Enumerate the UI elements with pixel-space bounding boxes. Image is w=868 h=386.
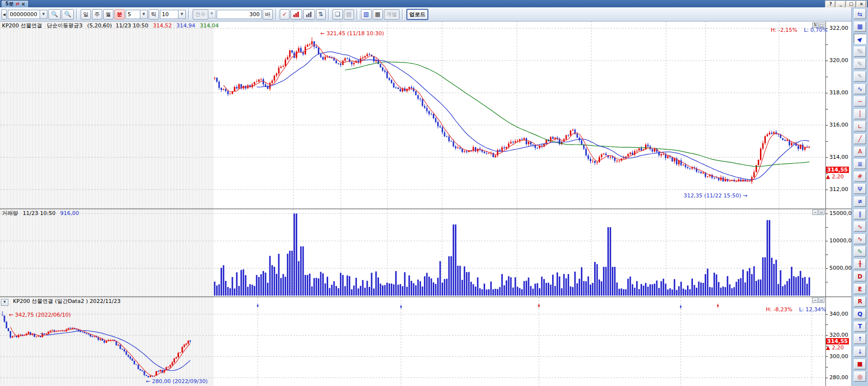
pane-box-button[interactable]: □ (819, 22, 824, 28)
sort-updown-icon[interactable]: ⇅ (316, 9, 326, 20)
separator (275, 9, 277, 20)
chart-style-icon[interactable]: ✓ (280, 9, 289, 20)
volume-value: 916,00 (60, 210, 79, 216)
axis-label: 320,00 (829, 332, 848, 338)
pane-maximize-button[interactable]: ▫ (819, 298, 824, 303)
collapse-handle-button[interactable]: ◂ (1, 9, 7, 20)
angle-line-icon: ∟ (857, 123, 862, 130)
axis-tick (826, 268, 828, 269)
axis-label: 300,00 (829, 353, 848, 360)
bar-count-input[interactable]: 300 (217, 10, 262, 19)
pane-maximize-button[interactable]: ▫ (819, 210, 824, 215)
current-price-box: 314,55 (826, 167, 849, 173)
target-circle-button[interactable]: ◎ (854, 371, 866, 382)
search-prev-icon[interactable]: 🔍 (62, 9, 74, 20)
pane-n-button[interactable]: N (812, 22, 818, 28)
tick-period-button[interactable]: 틱 (149, 9, 159, 20)
elliott-wave2-button[interactable]: ∿ (854, 234, 866, 244)
volume-header: 거래량 11/23 10:50 916,00 (2, 210, 82, 217)
stop-square-icon: ■ (857, 361, 863, 367)
pane-minimize-button[interactable]: ─ (812, 210, 818, 215)
chevron-down-icon[interactable]: ▼ (1, 299, 8, 306)
hatch-r-button[interactable]: R (854, 297, 866, 307)
bar-chart-icon[interactable] (303, 9, 315, 20)
close-button[interactable]: × (857, 1, 866, 8)
low-high-marker-button[interactable]: ╂ (854, 259, 866, 269)
minute-dropdown-icon[interactable]: ▼ (140, 10, 148, 19)
angle-line-button[interactable]: ∟ (854, 121, 866, 131)
count-dropdown-icon: ▼ (208, 9, 216, 19)
separator (402, 9, 404, 20)
bar-button[interactable]: 바 (263, 9, 273, 20)
restore-button[interactable]: □ (846, 1, 856, 8)
axis-tick (826, 214, 828, 214)
horizontal-line-icon: ─ (858, 98, 862, 105)
axis-minor-tick (826, 44, 828, 45)
report-page-icon[interactable]: ▧ (361, 9, 371, 20)
search-icon[interactable]: 🔍 (48, 9, 61, 20)
stop-square-button[interactable]: ■ (854, 359, 866, 369)
arrow-up-button[interactable]: ↑ (854, 334, 866, 344)
tick-dropdown-icon[interactable]: ▼ (178, 10, 186, 19)
volume-plot[interactable] (0, 209, 825, 297)
quote-list-button[interactable]: Q (854, 309, 866, 319)
hatch-d-button[interactable]: D (854, 271, 866, 281)
table-icon[interactable]: ▦ (373, 9, 383, 20)
volume-pane: 거래량 11/23 10:50 916,00 ─ ▫ 15000,0010000… (0, 209, 851, 297)
axis-label: 318,00 (829, 89, 848, 96)
pencil-button[interactable]: ✎ (854, 246, 866, 257)
price-label-button[interactable]: A (854, 147, 866, 157)
percent-measure-button: % (854, 46, 866, 57)
volume-chart-icon[interactable] (290, 9, 302, 20)
symbol-input[interactable]: 00000000 (8, 10, 40, 19)
axis-label: 280,00 (829, 374, 848, 381)
axis-minor-tick (826, 227, 828, 228)
minute-period-button[interactable]: 분 (114, 9, 125, 20)
axis-tick (826, 61, 828, 61)
upload-button[interactable]: 업로드 (406, 9, 428, 20)
day-period-button[interactable]: 일 (81, 9, 91, 20)
vertical-line-icon: │ (858, 110, 862, 117)
pitchfork-button[interactable]: Ψ (854, 184, 866, 194)
pane-minimize-button[interactable]: ─ (812, 298, 818, 303)
arrow-down-button[interactable]: ↓ (854, 346, 866, 357)
week-period-button[interactable]: 주 (92, 9, 102, 20)
hatch-d-icon: D (858, 273, 863, 280)
fib-retracement-button[interactable]: ≢ (854, 196, 866, 207)
trend-line-button[interactable]: ╱ (854, 134, 866, 144)
text-tool-button[interactable]: T (854, 322, 866, 332)
fib-line-button[interactable]: # (854, 172, 866, 182)
minute-value-input[interactable]: 5 (126, 10, 140, 19)
vertical-line-button[interactable]: │ (854, 109, 866, 119)
elliott-wave-button[interactable]: ∿ (854, 221, 866, 232)
tab-5min[interactable]: 5분 ⇄ × (1, 0, 29, 7)
hatch-e-button[interactable]: E (854, 284, 866, 294)
month-period-button[interactable]: 월 (103, 9, 113, 20)
indicator-line-button[interactable]: ∿ (854, 84, 866, 94)
pane-window-buttons: ─ ▫ (812, 298, 824, 303)
symbol-dropdown-icon[interactable]: ▼ (40, 10, 47, 19)
help-button[interactable]: ? (826, 1, 835, 8)
count-button: 건수 (193, 9, 208, 20)
price-label-icon: A (858, 148, 862, 155)
tick-value-input[interactable]: 10 (160, 10, 178, 19)
daily-candle-plot[interactable] (0, 297, 825, 386)
high-percent: H: -2,15% (771, 27, 797, 33)
parallel-channel-button[interactable]: ∥ (854, 209, 866, 219)
daily-high-annotation: ← 342,75 (2022/06/10) (9, 312, 71, 318)
pointer-tool-button[interactable]: ▶ (854, 34, 866, 44)
horizontal-line-button[interactable]: ─ (854, 96, 866, 107)
pointer-tool-icon: ▶ (856, 35, 864, 43)
axis-label: 15000,00 (829, 210, 851, 216)
main-candle-plot[interactable] (0, 21, 825, 209)
minimize-button[interactable]: _ (836, 1, 846, 8)
tab-close-icon[interactable]: × (22, 1, 25, 7)
print-icon: ▤ (344, 9, 354, 20)
candle-pattern-button[interactable]: ▦ (854, 21, 866, 32)
axis-tick (826, 356, 828, 357)
new-page-icon[interactable]: ❏ (333, 9, 343, 20)
refresh-cycle-button[interactable]: ⇆ (854, 9, 866, 19)
ma20-value: 314,94 (177, 22, 196, 29)
daily-low-percent: L: 12,34% (799, 306, 826, 313)
multi-lines-button[interactable]: ≣ (854, 159, 866, 169)
